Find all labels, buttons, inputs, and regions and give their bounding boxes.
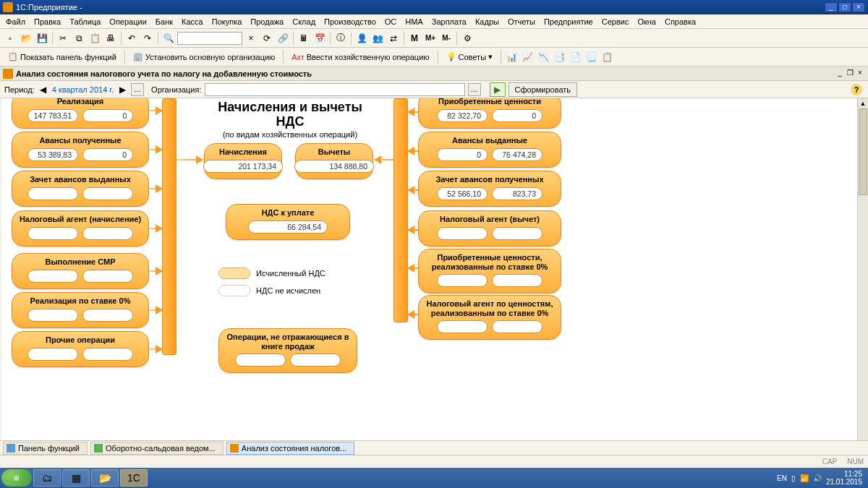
panel-functions-button[interactable]: 📋Показать панель функций <box>3 50 122 64</box>
node-deductions[interactable]: Вычеты 134 888,80 <box>295 143 373 179</box>
taskbar-app-4[interactable]: 1С <box>120 469 148 487</box>
left-node-6[interactable]: Прочие операции <box>12 331 149 367</box>
advices-button[interactable]: 💡Советы▾ <box>441 50 498 64</box>
tray-sound-icon[interactable]: 🔊 <box>813 474 822 482</box>
menu-ops[interactable]: Операции <box>105 16 150 27</box>
menu-prod[interactable]: Производство <box>320 16 380 27</box>
taskbar-app-3[interactable]: 📂 <box>91 469 119 487</box>
menu-cash[interactable]: Касса <box>177 16 208 27</box>
doc-restore-button[interactable]: ❐ <box>845 69 855 79</box>
period-value[interactable]: 4 квартал 2014 г. <box>52 85 114 94</box>
left-node-3[interactable]: Налоговый агент (начисление) <box>12 210 149 247</box>
menu-enterprise[interactable]: Предприятие <box>540 16 597 27</box>
right-node-1[interactable]: Авансы выданные076 474,28 <box>418 132 561 168</box>
node-book-ops[interactable]: Операции, не отражающиеся в книге продаж <box>218 328 357 373</box>
help-icon[interactable]: ? <box>851 84 862 95</box>
paste-icon[interactable]: 📋 <box>88 31 102 46</box>
menu-os[interactable]: ОС <box>380 16 401 27</box>
search-input[interactable] <box>177 32 242 45</box>
menu-service[interactable]: Сервис <box>597 16 634 27</box>
calc-icon[interactable]: 🖩 <box>297 31 311 46</box>
taskbar-app-2[interactable]: ▦ <box>62 469 90 487</box>
period-next-button[interactable]: ▶ <box>116 84 128 95</box>
period-picker-button[interactable]: … <box>131 83 144 96</box>
menu-table[interactable]: Таблица <box>65 16 105 27</box>
report6-icon[interactable]: 📃 <box>584 50 598 64</box>
info-icon[interactable]: ⓘ <box>333 31 348 46</box>
node-charges[interactable]: Начисления 201 173,34 <box>204 143 282 179</box>
print-icon[interactable]: 🖶 <box>103 31 118 46</box>
report1-icon[interactable]: 📊 <box>504 50 519 64</box>
menu-sell[interactable]: Продажа <box>246 16 288 27</box>
report3-icon[interactable]: 📉 <box>536 50 550 64</box>
search-icon[interactable]: 🔍 <box>161 31 176 46</box>
left-node-0[interactable]: Реализация147 783,510 <box>12 98 149 129</box>
right-node-0[interactable]: Приобретенные ценности82 322,700 <box>418 98 561 129</box>
m-plus-icon[interactable]: M+ <box>423 31 438 46</box>
menu-windows[interactable]: Окна <box>633 16 660 27</box>
left-node-1[interactable]: Авансы полученные53 389,830 <box>12 132 149 168</box>
tray-clock[interactable]: 11:25 21.01.2015 <box>826 470 862 486</box>
m-icon[interactable]: M <box>407 31 422 46</box>
refresh-icon[interactable]: ⟳ <box>260 31 274 46</box>
organization-picker-button[interactable]: … <box>468 83 481 96</box>
scroll-thumb[interactable] <box>859 108 867 195</box>
right-node-2[interactable]: Зачет авансов полученных52 566,10823,73 <box>418 171 561 207</box>
calendar-icon[interactable]: 📅 <box>312 31 327 46</box>
tray-flag-icon[interactable]: ▯ <box>791 474 796 482</box>
report4-icon[interactable]: 📑 <box>552 50 566 64</box>
generate-button[interactable]: Сформировать <box>509 82 578 97</box>
tray-lang[interactable]: EN <box>777 474 787 482</box>
new-icon[interactable]: ▫ <box>3 31 17 46</box>
menu-salary[interactable]: Зарплата <box>427 16 471 27</box>
user-icon[interactable]: 👤 <box>354 31 369 46</box>
link-icon[interactable]: 🔗 <box>276 31 290 46</box>
right-node-5[interactable]: Налоговый агент по ценностям, реализован… <box>418 295 561 340</box>
tab-osv[interactable]: Оборотно-сальдовая ведом... <box>90 442 224 455</box>
menu-buy[interactable]: Покупка <box>208 16 247 27</box>
report7-icon[interactable]: 📋 <box>600 50 614 64</box>
left-node-2[interactable]: Зачет авансов выданных <box>12 171 149 207</box>
right-node-4[interactable]: Приобретенные ценности, реализованные по… <box>418 249 561 294</box>
start-button[interactable]: ⊞ <box>1 469 32 487</box>
save-icon[interactable]: 💾 <box>35 31 49 46</box>
menu-reports[interactable]: Отчеты <box>503 16 540 27</box>
open-icon[interactable]: 📂 <box>19 31 33 46</box>
left-node-5[interactable]: Реализация по ставке 0% <box>12 292 149 328</box>
tab-vat-analysis[interactable]: Анализ состояния налогов... <box>226 442 354 455</box>
enter-operation-button[interactable]: АктВвести хозяйственную операцию <box>286 50 434 64</box>
menu-nma[interactable]: НМА <box>401 16 427 27</box>
search-clear-icon[interactable]: × <box>244 31 258 46</box>
organization-input[interactable] <box>205 83 465 96</box>
redo-icon[interactable]: ↷ <box>140 31 155 46</box>
undo-icon[interactable]: ↶ <box>124 31 139 46</box>
node-vat-payable[interactable]: НДС к уплате 66 284,54 <box>226 204 350 240</box>
tray-net-icon[interactable]: 📶 <box>800 474 809 482</box>
taskbar-app-1[interactable]: 🗂 <box>33 469 61 487</box>
users-icon[interactable]: 👥 <box>370 31 385 46</box>
menu-stock[interactable]: Склад <box>288 16 320 27</box>
m-minus-icon[interactable]: M- <box>439 31 454 46</box>
scroll-up-button[interactable]: ▲ <box>858 98 868 108</box>
cut-icon[interactable]: ✂ <box>56 31 70 46</box>
menu-help[interactable]: Справка <box>660 16 700 27</box>
system-tray[interactable]: EN ▯ 📶 🔊 11:25 21.01.2015 <box>773 470 867 486</box>
vertical-scrollbar[interactable]: ▲ ▼ <box>857 98 868 461</box>
settings-icon[interactable]: ⚙ <box>460 31 475 46</box>
copy-icon[interactable]: ⧉ <box>72 31 86 46</box>
report5-icon[interactable]: 📄 <box>568 50 582 64</box>
set-main-org-button[interactable]: 🏢Установить основную организацию <box>128 50 281 64</box>
menu-edit[interactable]: Правка <box>30 16 65 27</box>
tab-panel-functions[interactable]: Панель функций <box>3 442 88 455</box>
swap-icon[interactable]: ⇄ <box>386 31 401 46</box>
close-button[interactable]: × <box>852 2 865 12</box>
run-button[interactable]: ▶ <box>490 82 506 97</box>
doc-minimize-button[interactable]: _ <box>835 69 845 79</box>
menu-hr[interactable]: Кадры <box>471 16 503 27</box>
left-node-4[interactable]: Выполнение СМР <box>12 253 149 289</box>
doc-close-button[interactable]: × <box>855 69 865 79</box>
maximize-button[interactable]: □ <box>838 2 851 12</box>
menu-bank[interactable]: Банк <box>151 16 177 27</box>
minimize-button[interactable]: _ <box>825 2 838 12</box>
menu-file[interactable]: Файл <box>1 16 30 27</box>
